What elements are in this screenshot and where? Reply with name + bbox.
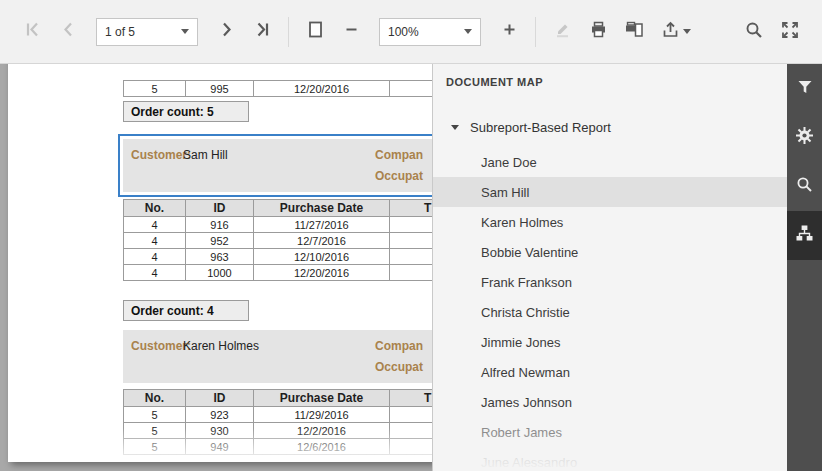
search-icon — [795, 175, 814, 198]
page-selector[interactable]: 1 of 5 — [96, 18, 198, 46]
customer-band[interactable]: Customer: Sam Hill Compan Occupat — [123, 139, 432, 192]
table-cell-empty — [390, 217, 433, 233]
table-row: 4 963 12/10/2016 — [124, 249, 433, 265]
table-header-row: No. ID Purchase Date T — [124, 390, 433, 407]
table-cell: 1000 — [186, 265, 254, 281]
tab-document-map[interactable] — [787, 211, 822, 260]
table-header-row: No. ID Purchase Date T — [124, 200, 433, 217]
print-button[interactable] — [580, 12, 616, 52]
table-cell: 952 — [186, 233, 254, 249]
purchase-table: No. ID Purchase Date T 4 916 11/27/2016 … — [123, 199, 432, 281]
export-icon — [661, 20, 680, 43]
chevron-down-icon — [683, 29, 691, 34]
collapse-triangle-icon[interactable] — [451, 125, 459, 130]
docmap-item[interactable]: June Alessandro — [433, 447, 787, 471]
printer-icon — [589, 20, 608, 43]
table-header-cell: ID — [186, 390, 254, 407]
occupation-label: Occupat — [375, 360, 423, 374]
zoom-selector[interactable]: 100% — [379, 18, 481, 46]
table-row: 5 923 11/29/2016 — [124, 407, 433, 423]
table-cell: 963 — [186, 249, 254, 265]
customer-name: Karen Holmes — [183, 339, 259, 353]
customer-label: Customer: — [131, 339, 191, 353]
chevron-right-icon — [217, 20, 236, 43]
fullscreen-button[interactable] — [772, 12, 808, 52]
table-cell: 4 — [124, 217, 186, 233]
fullscreen-icon — [780, 20, 800, 44]
page-icon — [306, 20, 325, 43]
occupation-label: Occupat — [375, 169, 423, 183]
export-button[interactable] — [652, 12, 700, 52]
table-cell: 923 — [186, 407, 254, 423]
content-area: 5 995 12/20/2016 Order count: 5 Customer… — [0, 64, 822, 471]
table-cell-empty — [390, 233, 433, 249]
docmap-item[interactable]: Jimmie Jones — [433, 327, 787, 357]
docmap-item[interactable]: Bobbie Valentine — [433, 237, 787, 267]
docmap-item[interactable]: Jane Doe — [433, 147, 787, 177]
document-map-title: DOCUMENT MAP — [446, 76, 543, 88]
highlight-editing-fields-button[interactable] — [544, 12, 580, 52]
docmap-root-label: Subreport-Based Report — [470, 120, 611, 135]
tab-settings[interactable] — [787, 113, 822, 162]
filter-icon — [796, 78, 814, 100]
tab-filter[interactable] — [787, 64, 822, 113]
table-cell: 5 — [124, 81, 186, 97]
table-cell-empty — [390, 407, 433, 423]
pencil-icon — [553, 20, 572, 43]
docmap-root-node[interactable]: Subreport-Based Report — [433, 112, 787, 142]
chevron-down-icon — [181, 29, 189, 34]
chevron-left-icon — [59, 20, 78, 43]
docmap-item[interactable]: James Johnson — [433, 387, 787, 417]
minus-icon — [342, 20, 361, 43]
table-cell: 12/20/2016 — [254, 265, 390, 281]
docmap-item[interactable]: Karen Holmes — [433, 207, 787, 237]
document-viewer-area[interactable]: 5 995 12/20/2016 Order count: 5 Customer… — [0, 64, 432, 471]
gear-icon — [795, 126, 814, 149]
side-tab-strip — [787, 64, 822, 471]
zoom-in-button[interactable] — [491, 12, 527, 52]
first-page-button[interactable] — [14, 12, 50, 52]
last-page-button[interactable] — [244, 12, 280, 52]
search-button[interactable] — [736, 12, 772, 52]
report-viewer: 1 of 5 100% — [0, 0, 822, 471]
toolbar-separator — [288, 17, 289, 47]
customer-label: Customer: — [131, 148, 191, 162]
table-cell-empty — [390, 249, 433, 265]
table-header-cell: Purchase Date — [254, 390, 390, 407]
tab-search[interactable] — [787, 162, 822, 211]
page-selector-value: 1 of 5 — [105, 25, 181, 39]
next-page-button[interactable] — [208, 12, 244, 52]
table-cell: 995 — [186, 81, 254, 97]
table-row: 5 995 12/20/2016 — [124, 81, 433, 97]
docmap-item[interactable]: Sam Hill — [433, 177, 787, 207]
table-cell: 11/29/2016 — [254, 407, 390, 423]
toolbar: 1 of 5 100% — [0, 0, 822, 64]
plus-icon — [500, 20, 519, 43]
purchase-table-fragment: 5 995 12/20/2016 — [123, 80, 432, 97]
order-count-label: Order count: 4 — [123, 300, 249, 321]
table-cell: 11/27/2016 — [254, 217, 390, 233]
last-page-icon — [253, 20, 272, 43]
company-label: Compan — [375, 339, 423, 353]
table-cell: 4 — [124, 233, 186, 249]
table-row: 4 1000 12/20/2016 — [124, 265, 433, 281]
table-header-cell: ID — [186, 200, 254, 217]
docmap-item[interactable]: Robert James — [433, 417, 787, 447]
sitemap-icon — [795, 224, 814, 247]
single-page-view-button[interactable] — [297, 12, 333, 52]
docmap-item[interactable]: Christa Christie — [433, 297, 787, 327]
docmap-item[interactable]: Alfred Newman — [433, 357, 787, 387]
previous-page-button[interactable] — [50, 12, 86, 52]
customer-name: Sam Hill — [183, 148, 228, 162]
table-row: 4 952 12/7/2016 — [124, 233, 433, 249]
print-page-button[interactable] — [616, 12, 652, 52]
zoom-out-button[interactable] — [333, 12, 369, 52]
docmap-item[interactable]: Frank Frankson — [433, 267, 787, 297]
report-page: 5 995 12/20/2016 Order count: 5 Customer… — [8, 64, 432, 462]
customer-band[interactable]: Customer: Karen Holmes Compan Occupat — [123, 330, 432, 383]
table-cell-empty — [390, 265, 433, 281]
table-cell: 12/20/2016 — [254, 81, 390, 97]
order-count-label: Order count: 5 — [123, 101, 249, 122]
document-map-panel: DOCUMENT MAP Subreport-Based Report Jane… — [432, 64, 787, 471]
table-cell-empty — [390, 81, 433, 97]
